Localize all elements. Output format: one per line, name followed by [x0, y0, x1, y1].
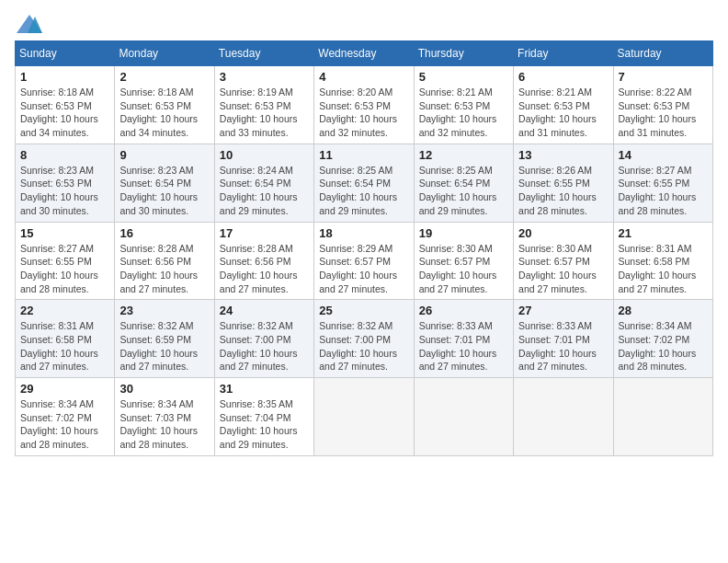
day-number: 27 — [518, 304, 608, 317]
calendar-day-cell: 12Sunrise: 8:25 AMSunset: 6:54 PMDayligh… — [414, 144, 513, 222]
day-number: 26 — [419, 304, 508, 317]
calendar-day-cell: 9Sunrise: 8:23 AMSunset: 6:54 PMDaylight… — [115, 144, 214, 222]
calendar-day-cell — [613, 378, 712, 456]
day-info: Sunrise: 8:25 AMSunset: 6:54 PMDaylight:… — [319, 164, 408, 218]
weekday-header: Wednesday — [314, 41, 414, 66]
calendar-day-cell — [314, 378, 414, 456]
day-number: 3 — [220, 70, 309, 84]
day-number: 23 — [119, 304, 209, 317]
day-number: 17 — [220, 226, 309, 240]
day-info: Sunrise: 8:21 AMSunset: 6:53 PMDaylight:… — [419, 86, 508, 140]
day-info: Sunrise: 8:33 AMSunset: 7:01 PMDaylight:… — [518, 319, 608, 373]
calendar-day-cell: 26Sunrise: 8:33 AMSunset: 7:01 PMDayligh… — [414, 300, 513, 378]
day-info: Sunrise: 8:18 AMSunset: 6:53 PMDaylight:… — [20, 86, 109, 140]
day-number: 11 — [319, 148, 408, 162]
calendar-day-cell: 8Sunrise: 8:23 AMSunset: 6:53 PMDaylight… — [16, 144, 115, 222]
day-info: Sunrise: 8:29 AMSunset: 6:57 PMDaylight:… — [319, 242, 408, 296]
calendar-day-cell: 29Sunrise: 8:34 AMSunset: 7:02 PMDayligh… — [16, 378, 115, 456]
day-info: Sunrise: 8:21 AMSunset: 6:53 PMDaylight:… — [518, 86, 608, 140]
day-info: Sunrise: 8:32 AMSunset: 7:00 PMDaylight:… — [319, 319, 408, 373]
day-info: Sunrise: 8:32 AMSunset: 7:00 PMDaylight:… — [220, 319, 309, 373]
day-number: 12 — [419, 148, 508, 162]
day-number: 7 — [619, 70, 708, 84]
calendar-day-cell — [414, 378, 513, 456]
calendar-day-cell: 10Sunrise: 8:24 AMSunset: 6:54 PMDayligh… — [214, 144, 313, 222]
weekday-header: Thursday — [414, 41, 513, 66]
calendar-day-cell: 13Sunrise: 8:26 AMSunset: 6:55 PMDayligh… — [514, 144, 613, 222]
day-info: Sunrise: 8:33 AMSunset: 7:01 PMDaylight:… — [419, 319, 508, 373]
day-info: Sunrise: 8:34 AMSunset: 7:02 PMDaylight:… — [619, 319, 708, 373]
day-info: Sunrise: 8:27 AMSunset: 6:55 PMDaylight:… — [619, 164, 708, 218]
calendar-day-cell: 1Sunrise: 8:18 AMSunset: 6:53 PMDaylight… — [16, 66, 115, 144]
calendar-week-row: 8Sunrise: 8:23 AMSunset: 6:53 PMDaylight… — [16, 144, 713, 222]
day-number: 13 — [518, 148, 608, 162]
calendar-day-cell: 23Sunrise: 8:32 AMSunset: 6:59 PMDayligh… — [115, 300, 214, 378]
calendar-day-cell: 18Sunrise: 8:29 AMSunset: 6:57 PMDayligh… — [314, 222, 414, 300]
day-number: 18 — [319, 226, 408, 240]
calendar-day-cell: 24Sunrise: 8:32 AMSunset: 7:00 PMDayligh… — [214, 300, 313, 378]
day-info: Sunrise: 8:27 AMSunset: 6:55 PMDaylight:… — [20, 242, 109, 296]
calendar-day-cell: 21Sunrise: 8:31 AMSunset: 6:58 PMDayligh… — [613, 222, 712, 300]
calendar-body: 1Sunrise: 8:18 AMSunset: 6:53 PMDaylight… — [16, 66, 713, 456]
day-info: Sunrise: 8:22 AMSunset: 6:53 PMDaylight:… — [619, 86, 708, 140]
weekday-header: Saturday — [613, 41, 712, 66]
day-info: Sunrise: 8:35 AMSunset: 7:04 PMDaylight:… — [220, 397, 309, 452]
day-number: 24 — [220, 304, 309, 317]
weekday-header: Friday — [514, 41, 613, 66]
day-info: Sunrise: 8:24 AMSunset: 6:54 PMDaylight:… — [220, 164, 309, 218]
day-number: 4 — [319, 70, 408, 84]
weekday-header: Sunday — [16, 41, 115, 66]
calendar-week-row: 1Sunrise: 8:18 AMSunset: 6:53 PMDaylight… — [16, 66, 713, 144]
calendar-table: SundayMondayTuesdayWednesdayThursdayFrid… — [15, 40, 713, 456]
day-info: Sunrise: 8:32 AMSunset: 6:59 PMDaylight:… — [119, 319, 209, 373]
calendar-day-cell: 5Sunrise: 8:21 AMSunset: 6:53 PMDaylight… — [414, 66, 513, 144]
weekday-header-row: SundayMondayTuesdayWednesdayThursdayFrid… — [16, 41, 713, 66]
calendar-day-cell — [514, 378, 613, 456]
day-number: 28 — [619, 304, 708, 317]
day-number: 5 — [419, 70, 508, 84]
calendar-day-cell: 25Sunrise: 8:32 AMSunset: 7:00 PMDayligh… — [314, 300, 414, 378]
day-info: Sunrise: 8:34 AMSunset: 7:03 PMDaylight:… — [119, 397, 209, 452]
day-number: 29 — [20, 382, 109, 396]
day-number: 1 — [20, 70, 109, 84]
day-info: Sunrise: 8:28 AMSunset: 6:56 PMDaylight:… — [220, 242, 309, 296]
day-number: 14 — [619, 148, 708, 162]
day-number: 15 — [20, 226, 109, 240]
logo-icon — [17, 15, 42, 33]
calendar-day-cell: 3Sunrise: 8:19 AMSunset: 6:53 PMDaylight… — [214, 66, 313, 144]
calendar-day-cell: 15Sunrise: 8:27 AMSunset: 6:55 PMDayligh… — [16, 222, 115, 300]
calendar-day-cell: 17Sunrise: 8:28 AMSunset: 6:56 PMDayligh… — [214, 222, 313, 300]
calendar-day-cell: 2Sunrise: 8:18 AMSunset: 6:53 PMDaylight… — [115, 66, 214, 144]
weekday-header: Monday — [115, 41, 214, 66]
day-info: Sunrise: 8:28 AMSunset: 6:56 PMDaylight:… — [119, 242, 209, 296]
day-info: Sunrise: 8:23 AMSunset: 6:53 PMDaylight:… — [20, 164, 109, 218]
day-number: 19 — [419, 226, 508, 240]
logo — [15, 15, 42, 29]
day-number: 31 — [220, 382, 309, 396]
calendar-day-cell: 14Sunrise: 8:27 AMSunset: 6:55 PMDayligh… — [613, 144, 712, 222]
calendar-week-row: 15Sunrise: 8:27 AMSunset: 6:55 PMDayligh… — [16, 222, 713, 300]
day-number: 25 — [319, 304, 408, 317]
calendar-day-cell: 6Sunrise: 8:21 AMSunset: 6:53 PMDaylight… — [514, 66, 613, 144]
calendar-header: SundayMondayTuesdayWednesdayThursdayFrid… — [16, 41, 713, 66]
day-info: Sunrise: 8:18 AMSunset: 6:53 PMDaylight:… — [119, 86, 209, 140]
day-number: 2 — [119, 70, 209, 84]
day-number: 21 — [619, 226, 708, 240]
day-info: Sunrise: 8:31 AMSunset: 6:58 PMDaylight:… — [619, 242, 708, 296]
day-info: Sunrise: 8:23 AMSunset: 6:54 PMDaylight:… — [119, 164, 209, 218]
page-header — [15, 15, 713, 29]
day-info: Sunrise: 8:26 AMSunset: 6:55 PMDaylight:… — [518, 164, 608, 218]
calendar-day-cell: 20Sunrise: 8:30 AMSunset: 6:57 PMDayligh… — [514, 222, 613, 300]
calendar-day-cell: 22Sunrise: 8:31 AMSunset: 6:58 PMDayligh… — [16, 300, 115, 378]
calendar-day-cell: 27Sunrise: 8:33 AMSunset: 7:01 PMDayligh… — [514, 300, 613, 378]
day-number: 8 — [20, 148, 109, 162]
day-info: Sunrise: 8:25 AMSunset: 6:54 PMDaylight:… — [419, 164, 508, 218]
day-info: Sunrise: 8:30 AMSunset: 6:57 PMDaylight:… — [518, 242, 608, 296]
day-info: Sunrise: 8:30 AMSunset: 6:57 PMDaylight:… — [419, 242, 508, 296]
day-number: 6 — [518, 70, 608, 84]
calendar-week-row: 22Sunrise: 8:31 AMSunset: 6:58 PMDayligh… — [16, 300, 713, 378]
calendar-day-cell: 19Sunrise: 8:30 AMSunset: 6:57 PMDayligh… — [414, 222, 513, 300]
calendar-day-cell: 4Sunrise: 8:20 AMSunset: 6:53 PMDaylight… — [314, 66, 414, 144]
day-info: Sunrise: 8:20 AMSunset: 6:53 PMDaylight:… — [319, 86, 408, 140]
calendar-day-cell: 11Sunrise: 8:25 AMSunset: 6:54 PMDayligh… — [314, 144, 414, 222]
